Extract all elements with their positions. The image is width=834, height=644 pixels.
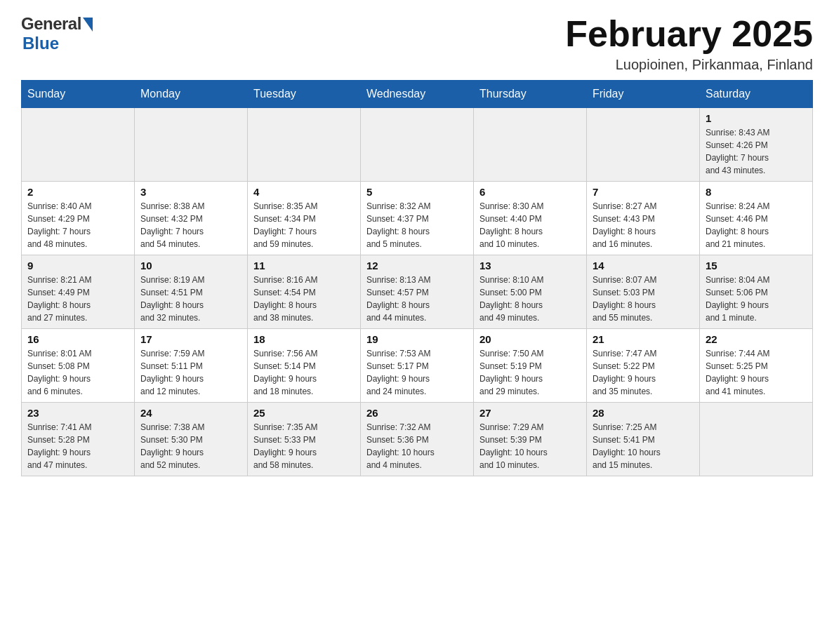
calendar-day-3: 3Sunrise: 8:38 AM Sunset: 4:32 PM Daylig…	[135, 182, 248, 255]
calendar-empty-cell	[587, 108, 700, 182]
calendar-week-row: 16Sunrise: 8:01 AM Sunset: 5:08 PM Dayli…	[22, 329, 813, 403]
day-info: Sunrise: 7:38 AM Sunset: 5:30 PM Dayligh…	[140, 421, 241, 471]
calendar-week-row: 1Sunrise: 8:43 AM Sunset: 4:26 PM Daylig…	[22, 108, 813, 182]
title-section: February 2025 Luopioinen, Pirkanmaa, Fin…	[565, 14, 813, 73]
day-info: Sunrise: 8:30 AM Sunset: 4:40 PM Dayligh…	[479, 200, 581, 250]
calendar-header-wednesday: Wednesday	[361, 81, 474, 108]
calendar-day-28: 28Sunrise: 7:25 AM Sunset: 5:41 PM Dayli…	[587, 403, 700, 476]
day-info: Sunrise: 8:01 AM Sunset: 5:08 PM Dayligh…	[27, 347, 128, 398]
page-subtitle: Luopioinen, Pirkanmaa, Finland	[565, 57, 813, 73]
calendar-day-18: 18Sunrise: 7:56 AM Sunset: 5:14 PM Dayli…	[248, 329, 361, 403]
day-number: 20	[479, 333, 581, 345]
calendar-header-row: SundayMondayTuesdayWednesdayThursdayFrid…	[22, 81, 813, 108]
day-number: 22	[706, 333, 807, 345]
day-number: 17	[140, 333, 241, 345]
logo-blue-text: Blue	[22, 34, 59, 53]
day-number: 3	[140, 186, 241, 198]
calendar-day-23: 23Sunrise: 7:41 AM Sunset: 5:28 PM Dayli…	[22, 403, 135, 476]
day-number: 10	[140, 260, 241, 271]
day-number: 8	[706, 186, 807, 198]
day-info: Sunrise: 7:35 AM Sunset: 5:33 PM Dayligh…	[253, 421, 355, 471]
day-info: Sunrise: 8:10 AM Sunset: 5:00 PM Dayligh…	[479, 274, 581, 324]
calendar-empty-cell	[474, 108, 587, 182]
day-number: 6	[479, 186, 581, 198]
day-info: Sunrise: 7:41 AM Sunset: 5:28 PM Dayligh…	[27, 421, 128, 471]
day-number: 11	[253, 260, 355, 271]
calendar-empty-cell	[22, 108, 135, 182]
day-info: Sunrise: 7:53 AM Sunset: 5:17 PM Dayligh…	[366, 347, 468, 398]
day-number: 7	[593, 186, 694, 198]
day-info: Sunrise: 7:59 AM Sunset: 5:11 PM Dayligh…	[140, 347, 241, 398]
calendar-day-8: 8Sunrise: 8:24 AM Sunset: 4:46 PM Daylig…	[700, 182, 813, 255]
calendar-day-17: 17Sunrise: 7:59 AM Sunset: 5:11 PM Dayli…	[135, 329, 248, 403]
day-number: 1	[706, 112, 807, 124]
calendar-day-16: 16Sunrise: 8:01 AM Sunset: 5:08 PM Dayli…	[22, 329, 135, 403]
calendar-day-7: 7Sunrise: 8:27 AM Sunset: 4:43 PM Daylig…	[587, 182, 700, 255]
calendar-day-5: 5Sunrise: 8:32 AM Sunset: 4:37 PM Daylig…	[361, 182, 474, 255]
day-info: Sunrise: 7:29 AM Sunset: 5:39 PM Dayligh…	[479, 421, 581, 471]
day-number: 12	[366, 260, 468, 271]
day-info: Sunrise: 8:43 AM Sunset: 4:26 PM Dayligh…	[706, 126, 807, 177]
calendar-empty-cell	[361, 108, 474, 182]
day-info: Sunrise: 8:21 AM Sunset: 4:49 PM Dayligh…	[27, 274, 128, 324]
calendar-day-21: 21Sunrise: 7:47 AM Sunset: 5:22 PM Dayli…	[587, 329, 700, 403]
day-number: 21	[593, 333, 694, 345]
day-info: Sunrise: 8:32 AM Sunset: 4:37 PM Dayligh…	[366, 200, 468, 250]
day-info: Sunrise: 8:13 AM Sunset: 4:57 PM Dayligh…	[366, 274, 468, 324]
day-info: Sunrise: 8:19 AM Sunset: 4:51 PM Dayligh…	[140, 274, 241, 324]
day-info: Sunrise: 8:16 AM Sunset: 4:54 PM Dayligh…	[253, 274, 355, 324]
day-info: Sunrise: 8:35 AM Sunset: 4:34 PM Dayligh…	[253, 200, 355, 250]
calendar-week-row: 23Sunrise: 7:41 AM Sunset: 5:28 PM Dayli…	[22, 403, 813, 476]
day-info: Sunrise: 8:07 AM Sunset: 5:03 PM Dayligh…	[593, 274, 694, 324]
day-number: 14	[593, 260, 694, 271]
calendar-header-sunday: Sunday	[22, 81, 135, 108]
calendar-header-friday: Friday	[587, 81, 700, 108]
calendar-day-26: 26Sunrise: 7:32 AM Sunset: 5:36 PM Dayli…	[361, 403, 474, 476]
day-info: Sunrise: 8:27 AM Sunset: 4:43 PM Dayligh…	[593, 200, 694, 250]
calendar-header-monday: Monday	[135, 81, 248, 108]
logo-general-text: General	[21, 14, 81, 34]
page-header: General Blue February 2025 Luopioinen, P…	[21, 14, 813, 73]
calendar-day-24: 24Sunrise: 7:38 AM Sunset: 5:30 PM Dayli…	[135, 403, 248, 476]
day-info: Sunrise: 8:40 AM Sunset: 4:29 PM Dayligh…	[27, 200, 128, 250]
calendar-day-25: 25Sunrise: 7:35 AM Sunset: 5:33 PM Dayli…	[248, 403, 361, 476]
day-number: 25	[253, 407, 355, 419]
logo: General Blue	[21, 14, 93, 53]
calendar-day-14: 14Sunrise: 8:07 AM Sunset: 5:03 PM Dayli…	[587, 255, 700, 329]
day-number: 2	[27, 186, 128, 198]
calendar-day-2: 2Sunrise: 8:40 AM Sunset: 4:29 PM Daylig…	[22, 182, 135, 255]
calendar-day-6: 6Sunrise: 8:30 AM Sunset: 4:40 PM Daylig…	[474, 182, 587, 255]
calendar-day-27: 27Sunrise: 7:29 AM Sunset: 5:39 PM Dayli…	[474, 403, 587, 476]
day-info: Sunrise: 7:44 AM Sunset: 5:25 PM Dayligh…	[706, 347, 807, 398]
calendar-week-row: 2Sunrise: 8:40 AM Sunset: 4:29 PM Daylig…	[22, 182, 813, 255]
day-number: 27	[479, 407, 581, 419]
calendar-day-12: 12Sunrise: 8:13 AM Sunset: 4:57 PM Dayli…	[361, 255, 474, 329]
day-info: Sunrise: 8:24 AM Sunset: 4:46 PM Dayligh…	[706, 200, 807, 250]
logo-arrow-icon	[83, 18, 93, 32]
calendar-day-10: 10Sunrise: 8:19 AM Sunset: 4:51 PM Dayli…	[135, 255, 248, 329]
day-number: 16	[27, 333, 128, 345]
calendar-day-1: 1Sunrise: 8:43 AM Sunset: 4:26 PM Daylig…	[700, 108, 813, 182]
day-number: 18	[253, 333, 355, 345]
calendar-day-9: 9Sunrise: 8:21 AM Sunset: 4:49 PM Daylig…	[22, 255, 135, 329]
day-number: 26	[366, 407, 468, 419]
page-title: February 2025	[565, 14, 813, 54]
day-number: 24	[140, 407, 241, 419]
day-info: Sunrise: 7:50 AM Sunset: 5:19 PM Dayligh…	[479, 347, 581, 398]
day-number: 28	[593, 407, 694, 419]
calendar-day-19: 19Sunrise: 7:53 AM Sunset: 5:17 PM Dayli…	[361, 329, 474, 403]
day-info: Sunrise: 8:04 AM Sunset: 5:06 PM Dayligh…	[706, 274, 807, 324]
day-number: 9	[27, 260, 128, 271]
day-info: Sunrise: 7:47 AM Sunset: 5:22 PM Dayligh…	[593, 347, 694, 398]
calendar-empty-cell	[135, 108, 248, 182]
day-info: Sunrise: 7:56 AM Sunset: 5:14 PM Dayligh…	[253, 347, 355, 398]
calendar-empty-cell	[700, 403, 813, 476]
calendar-empty-cell	[248, 108, 361, 182]
calendar-day-22: 22Sunrise: 7:44 AM Sunset: 5:25 PM Dayli…	[700, 329, 813, 403]
day-number: 15	[706, 260, 807, 271]
day-number: 4	[253, 186, 355, 198]
calendar-week-row: 9Sunrise: 8:21 AM Sunset: 4:49 PM Daylig…	[22, 255, 813, 329]
day-number: 13	[479, 260, 581, 271]
day-number: 19	[366, 333, 468, 345]
day-info: Sunrise: 8:38 AM Sunset: 4:32 PM Dayligh…	[140, 200, 241, 250]
